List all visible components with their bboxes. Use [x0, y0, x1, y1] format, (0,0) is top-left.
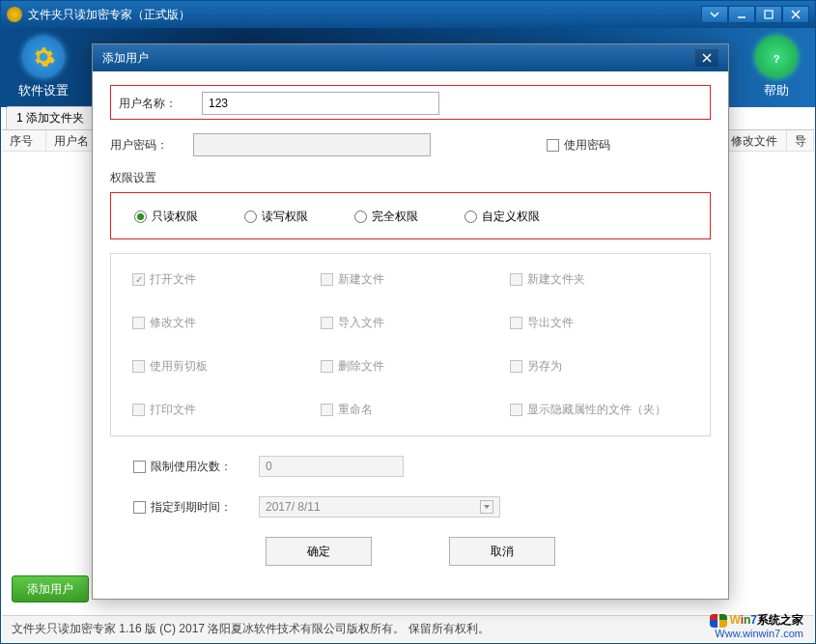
perm-open-file: 打开文件	[132, 271, 311, 288]
perm-new-file: 新建文件	[321, 271, 499, 288]
radio-dot-icon	[354, 210, 367, 223]
maximize-button[interactable]	[755, 6, 782, 23]
window-buttons	[701, 6, 809, 23]
add-user-dialog: 添加用户 用户名称： 用户密码： 使用密码 权限设置 只	[92, 43, 729, 600]
radio-dot-icon	[464, 210, 477, 223]
svg-text:?: ?	[774, 53, 780, 65]
calendar-dropdown-icon	[480, 500, 493, 514]
checkbox-icon	[510, 404, 522, 416]
perm-import-file: 导入文件	[321, 315, 499, 331]
permission-title: 权限设置	[110, 170, 711, 186]
help-label: 帮助	[764, 82, 789, 99]
titlebar: 文件夹只读加密专家（正式版）	[1, 1, 815, 28]
col-export: 导	[787, 130, 814, 151]
statusbar: 文件夹只读加密专家 1.16 版 (C) 2017 洛阳夏冰软件技术有限公司版权…	[2, 615, 814, 642]
col-seq: 序号	[2, 130, 46, 151]
dialog-close-button[interactable]	[695, 49, 718, 67]
use-password-label: 使用密码	[564, 137, 610, 154]
perm-clipboard: 使用剪切板	[132, 358, 311, 375]
app-icon	[7, 7, 22, 22]
close-button[interactable]	[782, 6, 809, 23]
expire-label: 指定到期时间：	[151, 499, 232, 516]
limit-count-checkbox[interactable]	[133, 461, 146, 473]
username-input[interactable]	[202, 92, 439, 115]
radio-readonly[interactable]: 只读权限	[134, 209, 198, 225]
perm-modify-file: 修改文件	[132, 315, 311, 331]
checkbox-icon	[321, 273, 333, 286]
perm-show-hidden: 显示隐藏属性的文件（夹）	[510, 402, 689, 418]
checkbox-icon	[321, 404, 333, 416]
checkbox-icon	[132, 404, 145, 416]
checkbox-icon	[510, 273, 522, 286]
settings-button[interactable]: 软件设置	[18, 36, 69, 103]
permission-radio-group: 只读权限 读写权限 完全权限 自定义权限	[110, 192, 711, 239]
brand-line1: Win7Win7系统之家系统之家	[710, 614, 803, 628]
permission-fieldset: 权限设置 只读权限 读写权限 完全权限 自定义权限 打开文件 新建文件 新建文件…	[110, 170, 711, 436]
checkbox-icon	[321, 360, 333, 373]
main-window: 文件夹只读加密专家（正式版） 软件设置 ? 帮助 1 添加文件夹 序号 用户	[0, 0, 816, 644]
username-label: 用户名称：	[119, 96, 202, 112]
perm-new-folder: 新建文件夹	[510, 271, 689, 288]
help-icon: ?	[755, 36, 798, 78]
limit-count-input	[259, 456, 404, 477]
tab-add-folder[interactable]: 1 添加文件夹	[6, 106, 95, 129]
gear-icon	[22, 36, 65, 78]
permission-grid: 打开文件 新建文件 新建文件夹 修改文件 导入文件 导出文件 使用剪切板 删除文…	[110, 253, 711, 436]
perm-save-as: 另存为	[510, 358, 689, 375]
password-row: 用户密码： 使用密码	[110, 133, 711, 156]
checkbox-icon	[510, 360, 522, 373]
limit-count-row: 限制使用次数：	[110, 456, 711, 477]
ok-button[interactable]: 确定	[266, 537, 372, 566]
dropdown-button[interactable]	[701, 6, 728, 23]
checkbox-icon	[132, 317, 145, 329]
dialog-body: 用户名称： 用户密码： 使用密码 权限设置 只读权限 读写权限 完全权限 自定义…	[93, 71, 728, 570]
app-title: 文件夹只读加密专家（正式版）	[28, 7, 701, 23]
svg-rect-1	[765, 11, 773, 18]
brand-line2: Www.winwin7.com	[710, 628, 803, 639]
expire-row: 指定到期时间： 2017/ 8/11	[110, 496, 711, 518]
perm-rename: 重命名	[321, 402, 499, 418]
dialog-titlebar: 添加用户	[93, 44, 728, 71]
help-button[interactable]: ? 帮助	[755, 36, 798, 103]
radio-dot-icon	[244, 210, 257, 223]
settings-label: 软件设置	[18, 82, 69, 99]
username-row: 用户名称：	[110, 85, 711, 120]
expire-date-input: 2017/ 8/11	[259, 496, 500, 518]
checkbox-icon	[321, 317, 333, 329]
col-modify: 修改文件	[723, 130, 787, 151]
radio-custom[interactable]: 自定义权限	[464, 209, 540, 225]
cancel-button[interactable]: 取消	[449, 537, 555, 566]
expire-checkbox[interactable]	[133, 501, 146, 514]
radio-dot-icon	[134, 210, 147, 223]
perm-print-file: 打印文件	[132, 402, 311, 418]
radio-readwrite[interactable]: 读写权限	[244, 209, 308, 225]
dialog-title: 添加用户	[102, 50, 695, 67]
checkbox-icon	[510, 317, 522, 329]
minimize-button[interactable]	[728, 6, 755, 23]
perm-export-file: 导出文件	[510, 315, 689, 331]
radio-full[interactable]: 完全权限	[354, 209, 418, 225]
brand-watermark: Win7Win7系统之家系统之家 Www.winwin7.com	[710, 614, 803, 639]
perm-delete-file: 删除文件	[321, 358, 499, 375]
status-text: 文件夹只读加密专家 1.16 版 (C) 2017 洛阳夏冰软件技术有限公司版权…	[12, 621, 490, 637]
password-input	[193, 133, 431, 156]
use-password-checkbox[interactable]	[547, 139, 559, 152]
dialog-footer: 确定 取消	[110, 537, 711, 566]
checkbox-icon	[132, 273, 145, 286]
checkbox-icon	[132, 360, 145, 373]
password-label: 用户密码：	[110, 137, 193, 154]
limit-count-label: 限制使用次数：	[151, 459, 232, 475]
add-user-button[interactable]: 添加用户	[12, 575, 89, 602]
